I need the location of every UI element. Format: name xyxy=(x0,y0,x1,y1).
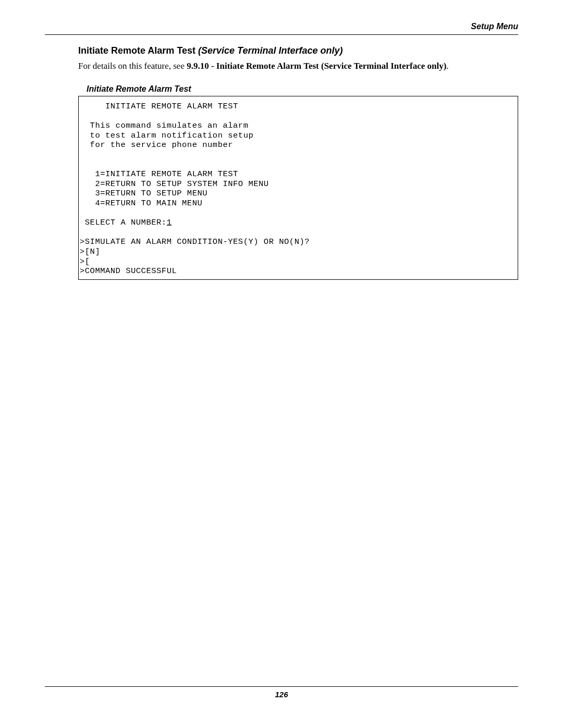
term-opt-1: 1=INITIATE REMOTE ALARM TEST xyxy=(80,169,517,179)
intro-paragraph: For details on this feature, see 9.9.10 … xyxy=(78,60,518,72)
section-heading-italic: (Service Terminal Interface only) xyxy=(198,45,342,56)
term-select-value: 1 xyxy=(167,218,172,227)
terminal-box-title: Initiate Remote Alarm Test xyxy=(87,84,518,94)
page: Setup Menu Initiate Remote Alarm Test (S… xyxy=(0,0,563,728)
section-heading-plain: Initiate Remote Alarm Test xyxy=(78,45,198,56)
term-prompt-1: >SIMULATE AN ALARM CONDITION-YES(Y) OR N… xyxy=(80,237,517,247)
term-select-row: SELECT A NUMBER:1 xyxy=(80,218,517,228)
term-result: >COMMAND SUCCESSFUL xyxy=(80,266,517,276)
term-desc-2: to test alarm notification setup xyxy=(80,131,517,141)
term-select-label: SELECT A NUMBER: xyxy=(80,218,167,227)
term-desc-3: for the service phone number xyxy=(80,140,517,150)
footer: 126 xyxy=(45,686,518,699)
term-opt-2: 2=RETURN TO SETUP SYSTEM INFO MENU xyxy=(80,179,517,189)
terminal-box: INITIATE REMOTE ALARM TEST This command … xyxy=(78,96,518,280)
term-prompt-3: >[ xyxy=(80,257,517,267)
para-bold-ref: 9.9.10 - Initiate Remote Alarm Test (Ser… xyxy=(187,61,446,71)
header-rule: Setup Menu xyxy=(45,26,518,35)
term-prompt-2: >[N] xyxy=(80,247,517,257)
content-area: Initiate Remote Alarm Test (Service Term… xyxy=(45,35,518,280)
term-desc-1: This command simulates an alarm xyxy=(80,121,517,131)
para-lead: For details on this feature, see xyxy=(78,61,187,71)
para-tail: . xyxy=(446,61,448,71)
page-number: 126 xyxy=(275,690,288,699)
term-opt-3: 3=RETURN TO SETUP MENU xyxy=(80,189,517,199)
section-heading: Initiate Remote Alarm Test (Service Term… xyxy=(78,45,518,56)
header-title: Setup Menu xyxy=(471,22,518,31)
term-opt-4: 4=RETURN TO MAIN MENU xyxy=(80,199,517,208)
term-header: INITIATE REMOTE ALARM TEST xyxy=(80,102,517,112)
